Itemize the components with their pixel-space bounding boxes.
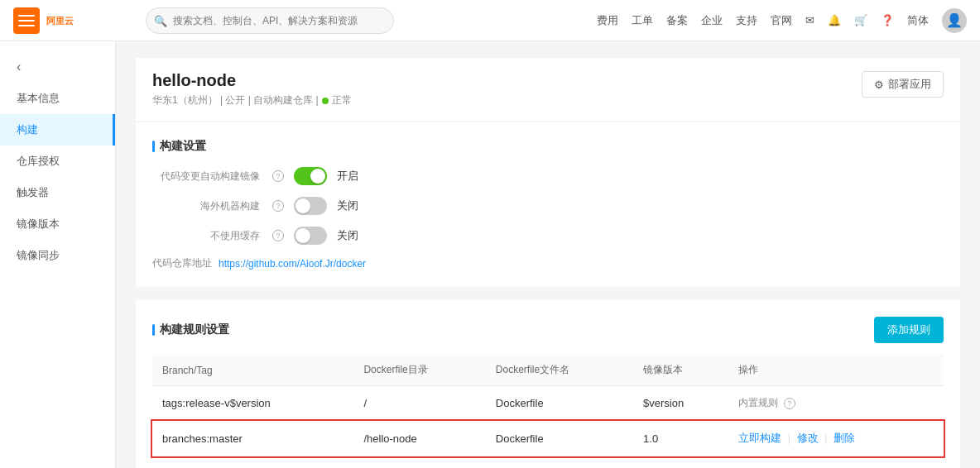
nav-item-support[interactable]: 支持 xyxy=(736,13,757,28)
gear-icon: ⚙ xyxy=(874,79,884,91)
nav-right-items: 费用 工单 备案 企业 支持 官网 ✉ 🔔 🛒 ❓ 简体 👤 xyxy=(597,8,967,33)
sidebar: ‹ 基本信息 构建 仓库授权 触发器 镜像版本 镜像同步 xyxy=(0,41,116,468)
page-title: hello-node xyxy=(152,71,352,90)
sidebar-item-auth[interactable]: 仓库授权 xyxy=(0,146,115,177)
repo-label: 代码仓库地址 xyxy=(152,256,212,270)
build-now-link[interactable]: 立即构建 xyxy=(738,432,781,444)
col-image-version: 镜像版本 xyxy=(633,355,728,386)
sidebar-item-sync[interactable]: 镜像同步 xyxy=(0,240,115,271)
nav-search-area: 🔍 xyxy=(146,7,394,34)
setting-label-cache: 不使用缓存 xyxy=(152,229,260,243)
sidebar-item-basic[interactable]: 基本信息 xyxy=(0,83,115,114)
toggle-auto-build[interactable] xyxy=(294,167,327,185)
sidebar-item-trigger[interactable]: 触发器 xyxy=(0,177,115,208)
deploy-btn[interactable]: ⚙ 部署应用 xyxy=(862,71,944,98)
cell-dir-0: / xyxy=(353,386,485,421)
page-header: hello-node 华东1（杭州） | 公开 | 自动构建仓库 | 正常 ⚙ … xyxy=(136,58,960,121)
setting-value-cache: 关闭 xyxy=(337,228,358,243)
build-settings-card: 构建设置 代码变更自动构建镜像 ? 开启 海外机器构建 ? 关闭 不使用缓存 ?… xyxy=(136,122,960,287)
setting-auto-build: 代码变更自动构建镜像 ? 开启 xyxy=(152,167,944,185)
edit-link[interactable]: 修改 xyxy=(797,432,819,444)
nav-item-enterprise[interactable]: 企业 xyxy=(701,13,723,28)
subtitle-text: 华东1（杭州） | 公开 | 自动构建仓库 | xyxy=(152,93,319,107)
build-rules-table: Branch/Tag Dockerfile目录 Dockerfile文件名 镜像… xyxy=(152,355,944,456)
deploy-btn-label: 部署应用 xyxy=(888,77,931,92)
page-header-info: hello-node 华东1（杭州） | 公开 | 自动构建仓库 | 正常 xyxy=(152,71,352,107)
setting-value-overseas: 关闭 xyxy=(337,198,358,213)
cell-filename-1: Dockerfile xyxy=(486,421,633,456)
sidebar-item-version[interactable]: 镜像版本 xyxy=(0,208,115,240)
nav-lang[interactable]: 简体 xyxy=(907,13,929,28)
col-branch-tag: Branch/Tag xyxy=(152,355,353,386)
build-rules-card: 构建规则设置 添加规则 Branch/Tag Dockerfile目录 Dock… xyxy=(136,300,960,468)
top-nav: 阿里云 🔍 费用 工单 备案 企业 支持 官网 ✉ 🔔 🛒 ❓ 简体 👤 xyxy=(0,0,980,41)
nav-logo: 阿里云 xyxy=(13,7,129,34)
toggle-overseas[interactable] xyxy=(294,197,327,215)
main-content: hello-node 华东1（杭州） | 公开 | 自动构建仓库 | 正常 ⚙ … xyxy=(116,41,980,468)
nav-item-ticket[interactable]: 工单 xyxy=(632,13,653,28)
status-dot-normal xyxy=(322,98,329,104)
build-settings-title: 构建设置 xyxy=(152,139,944,154)
avatar[interactable]: 👤 xyxy=(942,8,967,33)
cell-dir-1: /hello-node xyxy=(353,421,485,456)
info-icon-auto[interactable]: ? xyxy=(272,170,284,182)
action-sep-1: | xyxy=(788,432,790,444)
nav-item-icp[interactable]: 备案 xyxy=(666,13,688,28)
cell-filename-0: Dockerfile xyxy=(486,386,633,421)
table-row: tags:release-v$version / Dockerfile $ver… xyxy=(152,386,944,421)
cell-action-1: 立即构建 | 修改 | 删除 xyxy=(728,421,944,456)
builtin-label: 内置规则 xyxy=(738,397,778,408)
table-row: branches:master /hello-node Dockerfile 1… xyxy=(152,421,944,456)
main-layout: ‹ 基本信息 构建 仓库授权 触发器 镜像版本 镜像同步 hello-node … xyxy=(0,41,980,468)
search-input[interactable] xyxy=(146,7,394,34)
cell-branch-1: branches:master xyxy=(152,421,353,456)
setting-no-cache: 不使用缓存 ? 关闭 xyxy=(152,227,944,245)
cell-version-0: $version xyxy=(633,386,728,421)
cell-branch-0: tags:release-v$version xyxy=(152,386,353,421)
build-rules-header: 构建规则设置 添加规则 xyxy=(152,317,944,343)
svg-text:阿里云: 阿里云 xyxy=(46,16,74,26)
repo-row: 代码仓库地址 https://github.com/Aloof.Jr/docke… xyxy=(152,256,944,270)
page-subtitle: 华东1（杭州） | 公开 | 自动构建仓库 | 正常 xyxy=(152,93,352,107)
col-actions: 操作 xyxy=(728,355,944,386)
search-icon: 🔍 xyxy=(154,14,167,26)
setting-label-auto: 代码变更自动构建镜像 xyxy=(152,170,260,184)
info-icon-cache[interactable]: ? xyxy=(272,230,284,241)
cell-version-1: 1.0 xyxy=(633,421,728,456)
aliyun-logo: 阿里云 xyxy=(46,12,96,30)
hamburger-menu[interactable] xyxy=(13,7,40,34)
repo-url-link[interactable]: https://github.com/Aloof.Jr/docker xyxy=(219,258,366,270)
nav-icon-help[interactable]: ❓ xyxy=(881,14,894,26)
nav-item-cost[interactable]: 费用 xyxy=(597,13,618,28)
setting-value-auto: 开启 xyxy=(337,169,358,184)
toggle-no-cache[interactable] xyxy=(294,227,327,245)
table-header-row: Branch/Tag Dockerfile目录 Dockerfile文件名 镜像… xyxy=(152,355,944,386)
setting-label-overseas: 海外机器构建 xyxy=(152,199,260,213)
nav-icon-email[interactable]: ✉ xyxy=(805,14,814,26)
add-rule-btn[interactable]: 添加规则 xyxy=(874,317,944,343)
status-label: 正常 xyxy=(332,93,352,107)
cell-action-0: 内置规则 ? xyxy=(728,386,944,421)
nav-item-official[interactable]: 官网 xyxy=(771,13,792,28)
info-icon-overseas[interactable]: ? xyxy=(272,200,284,212)
setting-overseas: 海外机器构建 ? 关闭 xyxy=(152,197,944,215)
sidebar-back-btn[interactable]: ‹ xyxy=(0,51,115,83)
col-dockerfile-dir: Dockerfile目录 xyxy=(353,355,485,386)
sidebar-item-build[interactable]: 构建 xyxy=(0,114,115,146)
nav-icon-cart[interactable]: 🛒 xyxy=(854,14,867,26)
col-dockerfile-name: Dockerfile文件名 xyxy=(486,355,633,386)
delete-link[interactable]: 删除 xyxy=(833,432,855,444)
info-icon-builtin[interactable]: ? xyxy=(784,398,795,409)
nav-icon-bell[interactable]: 🔔 xyxy=(828,14,841,26)
action-sep-2: | xyxy=(824,432,827,444)
build-rules-title: 构建规则设置 xyxy=(152,322,229,337)
